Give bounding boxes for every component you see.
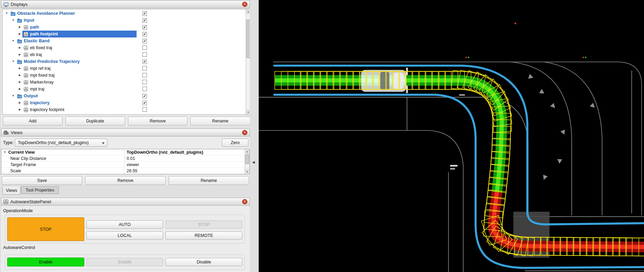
- rename-button[interactable]: Rename: [190, 117, 250, 126]
- property-value: 0.01: [125, 156, 135, 161]
- tab-views[interactable]: Views: [2, 186, 21, 195]
- visibility-checkbox[interactable]: [142, 45, 147, 50]
- displays-icon: [3, 2, 9, 7]
- display-icon: [24, 53, 28, 57]
- visibility-checkbox[interactable]: [142, 80, 147, 84]
- type-label: Type:: [3, 140, 14, 145]
- remote-button[interactable]: REMOTE: [165, 231, 242, 240]
- control-status-button[interactable]: Enable: [7, 258, 84, 266]
- display-icon: [24, 66, 28, 71]
- remove-view-button[interactable]: Remove: [85, 176, 165, 185]
- expander-collapsed-icon[interactable]: ▶: [18, 46, 22, 49]
- autoware-state-icon: [3, 199, 8, 204]
- display-icon: [24, 80, 28, 85]
- add-button[interactable]: Add: [3, 117, 63, 126]
- visibility-checkbox[interactable]: [142, 87, 147, 91]
- operation-mode-status-button[interactable]: STOP: [7, 217, 84, 241]
- tree-row[interactable]: ▼Obstacle Avoidance Planner✓: [2, 10, 246, 17]
- visibility-checkbox[interactable]: ✓: [142, 39, 147, 43]
- tree-row[interactable]: ▼Elastic Band✓: [2, 37, 246, 44]
- table-row[interactable]: Target Frame viewer: [1, 162, 249, 168]
- tree-row[interactable]: ▶trajectory✓: [2, 99, 246, 106]
- tree-row[interactable]: ▶path footprint✓: [2, 31, 246, 37]
- displays-tree[interactable]: ▼Obstacle Avoidance Planner✓▼Input✓▶path…: [2, 9, 251, 115]
- remove-button[interactable]: Remove: [128, 117, 188, 126]
- expander-collapsed-icon[interactable]: ▶: [18, 67, 22, 70]
- visibility-checkbox[interactable]: [142, 73, 147, 77]
- tree-row[interactable]: ▶mpt fixed traj: [2, 72, 246, 79]
- displays-titlebar[interactable]: Displays ✕: [1, 0, 250, 8]
- visibility-checkbox[interactable]: [142, 107, 147, 112]
- dock-tabbar: Views Tool Properties: [1, 186, 250, 195]
- tree-row[interactable]: ▶path✓: [2, 24, 246, 31]
- tree-row[interactable]: ▼Output✓: [2, 93, 246, 99]
- save-button[interactable]: Save: [2, 176, 82, 185]
- table-row[interactable]: ▼ Current View TopDownOrtho (rviz_defaul…: [1, 149, 249, 155]
- tree-row[interactable]: ▶eb traj: [2, 51, 246, 58]
- visibility-checkbox[interactable]: ✓: [142, 11, 147, 16]
- 3d-viewport[interactable]: [259, 0, 644, 272]
- visibility-checkbox[interactable]: ✓: [142, 32, 147, 36]
- close-icon[interactable]: ✕: [242, 199, 247, 204]
- panel-title: Displays: [11, 2, 28, 7]
- scrollbar-thumb[interactable]: [245, 154, 249, 164]
- table-row[interactable]: Scale 26.55: [1, 168, 249, 174]
- collapse-arrow-icon[interactable]: ◀: [252, 160, 255, 164]
- expander-collapsed-icon[interactable]: ▶: [18, 32, 22, 35]
- visibility-checkbox[interactable]: ✓: [142, 59, 147, 64]
- expander-collapsed-icon[interactable]: ▶: [18, 108, 22, 111]
- view-type-dropdown[interactable]: TopDownOrtho (rviz_default_plugins): [15, 139, 107, 147]
- scroll-down-icon[interactable]: ▼: [245, 169, 249, 174]
- expander-expanded-icon[interactable]: ▼: [11, 39, 15, 42]
- display-icon: [24, 101, 28, 105]
- expander-collapsed-icon[interactable]: ▶: [18, 25, 22, 29]
- property-name: Scale: [1, 168, 125, 174]
- tree-row[interactable]: ▼Input✓: [2, 17, 246, 24]
- expander-expanded-icon[interactable]: ▼: [11, 19, 15, 22]
- current-view-table[interactable]: ▼ Current View TopDownOrtho (rviz_defaul…: [1, 149, 250, 174]
- expander-collapsed-icon[interactable]: ▶: [18, 101, 22, 104]
- visibility-checkbox[interactable]: ✓: [142, 18, 147, 23]
- table-row[interactable]: Near Clip Distance 0.01: [1, 155, 249, 162]
- visibility-checkbox[interactable]: ✓: [142, 25, 147, 30]
- expander-collapsed-icon[interactable]: ▶: [18, 74, 22, 77]
- rviz-window: Displays ✕ ▼Obstacle Avoidance Planner✓▼…: [0, 0, 644, 272]
- displays-panel: Displays ✕ ▼Obstacle Avoidance Planner✓▼…: [1, 0, 250, 126]
- tree-row[interactable]: ▶mpt ref traj: [2, 65, 246, 72]
- expander-collapsed-icon[interactable]: ▶: [18, 53, 22, 56]
- tree-item-label: path footprint: [30, 32, 58, 36]
- tree-row[interactable]: ▼Model Predictive Trajectory✓: [2, 58, 246, 65]
- expander-expanded-icon[interactable]: ▼: [3, 151, 6, 154]
- zero-button[interactable]: Zero: [222, 139, 248, 147]
- tree-item-label: MarkerArray: [30, 80, 54, 85]
- state-titlebar[interactable]: AutowareStatePanel ✕: [1, 198, 250, 206]
- expander-expanded-icon[interactable]: ▼: [4, 12, 9, 15]
- operation-mode-label: OperationMode: [3, 208, 33, 213]
- expander-expanded-icon[interactable]: ▼: [11, 60, 15, 63]
- scrollbar[interactable]: ▲ ▼: [245, 149, 249, 174]
- expander-collapsed-icon[interactable]: ▶: [18, 80, 22, 84]
- tab-tool-properties[interactable]: Tool Properties: [21, 186, 59, 194]
- expander-collapsed-icon[interactable]: ▶: [18, 87, 22, 90]
- tree-row[interactable]: ▶eb fixed traj: [2, 44, 246, 51]
- visibility-checkbox[interactable]: ✓: [142, 94, 147, 98]
- scroll-up-icon[interactable]: ▲: [245, 149, 249, 154]
- tree-item-label: path: [30, 25, 39, 30]
- close-icon[interactable]: ✕: [242, 2, 247, 7]
- visibility-checkbox[interactable]: [142, 52, 147, 57]
- tree-row[interactable]: ▶mpt traj: [2, 86, 246, 93]
- rename-view-button[interactable]: Rename: [169, 176, 249, 185]
- auto-button[interactable]: AUTO: [86, 220, 163, 229]
- duplicate-button[interactable]: Duplicate: [65, 117, 125, 126]
- dock-splitter[interactable]: ◀: [250, 0, 259, 272]
- tree-row[interactable]: ▶trajectory footprint: [2, 106, 246, 113]
- visibility-checkbox[interactable]: [142, 66, 147, 70]
- tree-row[interactable]: ▶MarkerArray: [2, 79, 246, 86]
- visibility-checkbox[interactable]: ✓: [142, 101, 147, 105]
- local-button[interactable]: LOCAL: [86, 231, 163, 240]
- views-titlebar[interactable]: Views ✕: [1, 129, 250, 137]
- expander-expanded-icon[interactable]: ▼: [11, 94, 15, 97]
- disable-button[interactable]: Disable: [165, 258, 242, 266]
- tree-item-label: Obstacle Avoidance Planner: [17, 11, 75, 16]
- close-icon[interactable]: ✕: [242, 130, 247, 135]
